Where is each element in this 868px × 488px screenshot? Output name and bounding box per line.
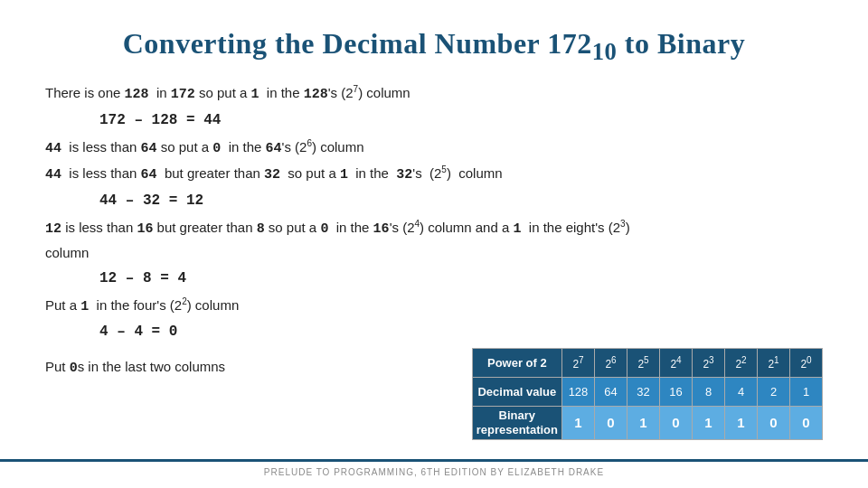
slide: Converting the Decimal Number 17210 to B…: [0, 0, 868, 488]
power-4: 24: [660, 349, 693, 378]
slide-title: Converting the Decimal Number 17210 to B…: [45, 27, 823, 66]
binary-bit-6: 0: [595, 407, 627, 439]
decimal-1: 1: [790, 378, 823, 407]
put0s-row: Put 0s in the last two columns Power of …: [45, 348, 823, 439]
decimal-16: 16: [660, 378, 693, 407]
title-subscript: 10: [592, 38, 618, 65]
power-0: 20: [790, 349, 823, 378]
title-prefix: Converting the Decimal Number: [123, 27, 547, 60]
binary-label: Binaryrepresentation: [472, 407, 561, 439]
line-4: 12 is less than 16 but greater than 8 so…: [45, 217, 823, 240]
line-4b: column: [45, 243, 823, 264]
decimal-row: Decimal value 128 64 32 16 8 4 2 1: [472, 378, 822, 407]
decimal-128: 128: [562, 378, 595, 407]
line-5: Put a 1 in the four's (22) column: [45, 295, 823, 318]
decimal-8: 8: [693, 378, 725, 407]
calc-1: 172 – 128 = 44: [99, 109, 823, 131]
binary-table: Power of 2 27 26 25 24 23 22 21 20 Decim…: [472, 348, 823, 439]
title-suffix: to Binary: [617, 27, 745, 60]
power-2: 22: [725, 349, 758, 378]
decimal-32: 32: [627, 378, 660, 407]
binary-bit-7: 1: [562, 407, 595, 439]
line-6: Put 0s in the last two columns: [45, 348, 472, 380]
power-1: 21: [758, 349, 790, 378]
binary-bit-2: 1: [725, 407, 758, 439]
calc-4: 4 – 4 = 0: [99, 321, 823, 343]
binary-bit-1: 0: [758, 407, 790, 439]
line-1: There is one 128 in 172 so put a 1 in th…: [45, 82, 823, 106]
line-3: 44 is less than 64 but greater than 32 s…: [45, 163, 823, 186]
binary-bit-0: 0: [790, 407, 823, 439]
table-container: Power of 2 27 26 25 24 23 22 21 20 Decim…: [472, 348, 823, 439]
power-3: 23: [693, 349, 725, 378]
power-7: 27: [562, 349, 595, 378]
power-5: 25: [627, 349, 660, 378]
binary-bit-4: 0: [660, 407, 693, 439]
decimal-label: Decimal value: [472, 378, 561, 407]
binary-bit-5: 1: [627, 407, 660, 439]
decimal-4: 4: [725, 378, 758, 407]
power-6: 26: [595, 349, 627, 378]
power-row: Power of 2 27 26 25 24 23 22 21 20: [472, 349, 822, 378]
line-2: 44 is less than 64 so put a 0 in the 64'…: [45, 136, 823, 160]
binary-row: Binaryrepresentation 1 0 1 0 1 1 0 0: [472, 407, 822, 439]
main-content: There is one 128 in 172 so put a 1 in th…: [45, 82, 823, 439]
footer-text: Prelude to Programming, 6th Edition by E…: [0, 459, 868, 477]
title-number: 172: [547, 27, 592, 60]
binary-bit-3: 1: [693, 407, 725, 439]
power-label: Power of 2: [472, 349, 561, 378]
calc-2: 44 – 32 = 12: [99, 190, 823, 211]
calc-3: 12 – 8 = 4: [99, 267, 823, 289]
decimal-2: 2: [758, 378, 790, 407]
decimal-64: 64: [595, 378, 627, 407]
